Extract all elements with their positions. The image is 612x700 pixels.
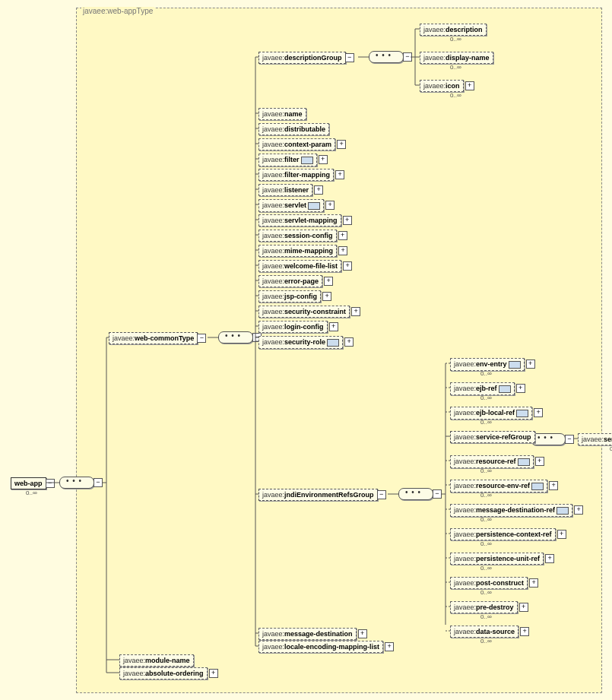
cardinality: 0..∞ bbox=[480, 565, 492, 572]
collapse-icon[interactable]: − bbox=[433, 489, 442, 499]
node-message-destination-ref: javaee:message-destination-ref+ bbox=[450, 504, 572, 517]
node-icon: javaee:icon+ bbox=[420, 80, 464, 92]
node-jndiGroup: javaee:jndiEnvironmentRefsGroup − bbox=[258, 489, 378, 501]
cardinality: 0..∞ bbox=[26, 489, 37, 496]
expand-icon[interactable]: + bbox=[335, 170, 344, 179]
expand-icon[interactable]: + bbox=[343, 261, 352, 271]
sequence-indicator: − bbox=[218, 331, 253, 344]
expand-icon[interactable]: + bbox=[319, 155, 328, 164]
node-distributable: javaee:distributable bbox=[258, 123, 329, 135]
node-ejb-local-ref: javaee:ejb-local-ref+ bbox=[450, 407, 532, 420]
expand-icon[interactable]: + bbox=[343, 216, 352, 225]
node-description: javaee:description bbox=[420, 24, 487, 36]
node-post-construct: javaee:post-construct+ bbox=[450, 577, 528, 589]
type-title: javaee:web-appType bbox=[81, 7, 154, 15]
expand-icon[interactable]: + bbox=[324, 277, 333, 286]
collapse-icon[interactable]: − bbox=[197, 334, 206, 343]
node-context-param: javaee:context-param+ bbox=[258, 138, 335, 150]
collapse-icon[interactable]: − bbox=[46, 479, 55, 488]
node-data-source: javaee:data-source+ bbox=[450, 626, 518, 638]
expand-icon[interactable]: + bbox=[344, 337, 354, 347]
expand-icon[interactable]: + bbox=[520, 627, 529, 636]
expand-icon[interactable]: + bbox=[209, 669, 218, 678]
expand-icon[interactable]: + bbox=[358, 629, 367, 638]
collapse-icon[interactable]: − bbox=[377, 490, 386, 499]
expand-icon[interactable]: + bbox=[338, 246, 347, 255]
collapse-icon[interactable]: − bbox=[565, 435, 574, 444]
sequence-indicator: − bbox=[398, 488, 433, 500]
node-security-constraint: javaee:security-constraint+ bbox=[258, 306, 350, 318]
substitution-icon bbox=[327, 339, 339, 347]
node-listener: javaee:listener+ bbox=[258, 184, 312, 196]
node-ejb-ref: javaee:ejb-ref+ bbox=[450, 382, 515, 395]
expand-icon[interactable]: + bbox=[526, 360, 535, 369]
expand-icon[interactable]: + bbox=[322, 292, 331, 301]
expand-icon[interactable]: + bbox=[557, 530, 566, 539]
node-descriptionGroup: javaee:descriptionGroup − bbox=[258, 52, 346, 64]
cardinality: 0..∞ bbox=[480, 516, 492, 523]
node-service-refGroup: javaee:service-refGroup bbox=[450, 431, 535, 443]
node-filter-mapping: javaee:filter-mapping+ bbox=[258, 169, 334, 181]
node-absolute-ordering: javaee:absolute-ordering+ bbox=[119, 667, 208, 679]
cardinality: 0..∞ bbox=[480, 540, 492, 547]
expand-icon[interactable]: + bbox=[385, 642, 394, 651]
node-resource-ref: javaee:resource-ref+ bbox=[450, 455, 534, 468]
node-web-commonType: javaee:web-commonType − bbox=[109, 332, 198, 344]
expand-icon[interactable]: + bbox=[337, 140, 346, 149]
expand-icon[interactable]: + bbox=[351, 307, 360, 316]
node-welcome-file-list: javaee:welcome-file-list+ bbox=[258, 260, 341, 272]
choice-indicator: − bbox=[59, 477, 94, 489]
expand-icon[interactable]: + bbox=[325, 201, 335, 210]
node-servlet: javaee:servlet+ bbox=[258, 199, 324, 212]
expand-icon[interactable]: + bbox=[465, 81, 474, 90]
node-resource-env-ref: javaee:resource-env-ref+ bbox=[450, 480, 547, 493]
collapse-icon[interactable]: − bbox=[345, 53, 354, 62]
node-security-role: javaee:security-role+ bbox=[258, 336, 343, 349]
cardinality: 0..∞ bbox=[450, 64, 461, 71]
node-module-name: javaee:module-name bbox=[119, 654, 194, 667]
node-persistence-unit-ref: javaee:persistence-unit-ref+ bbox=[450, 553, 544, 565]
sequence-indicator: − bbox=[531, 433, 566, 445]
expand-icon[interactable]: + bbox=[535, 457, 544, 466]
sequence-indicator: − bbox=[369, 51, 404, 63]
node-jsp-config: javaee:jsp-config+ bbox=[258, 290, 321, 302]
node-pre-destroy: javaee:pre-destroy+ bbox=[450, 601, 518, 613]
expand-icon[interactable]: + bbox=[534, 408, 543, 417]
cardinality: 0..∞ bbox=[480, 492, 492, 499]
node-login-config: javaee:login-config+ bbox=[258, 321, 328, 333]
cardinality: 0..∞ bbox=[480, 589, 492, 596]
expand-icon[interactable]: + bbox=[329, 322, 338, 331]
substitution-icon bbox=[557, 507, 569, 515]
type-container: javaee:web-appType bbox=[76, 8, 602, 693]
node-name: javaee:name bbox=[258, 108, 306, 120]
cardinality: 0..∞ bbox=[480, 638, 492, 645]
expand-icon[interactable]: + bbox=[516, 384, 525, 393]
collapse-icon[interactable]: − bbox=[403, 52, 412, 62]
node-web-app: web-app − bbox=[11, 477, 46, 489]
expand-icon[interactable]: + bbox=[519, 603, 528, 612]
expand-icon[interactable]: + bbox=[574, 505, 583, 515]
substitution-icon bbox=[509, 361, 521, 369]
collapse-icon[interactable]: − bbox=[94, 478, 103, 487]
expand-icon[interactable]: + bbox=[529, 578, 538, 588]
node-message-destination: javaee:message-destination+ bbox=[258, 628, 357, 640]
cardinality: 0..∞ bbox=[480, 394, 492, 401]
node-service-ref: javaee:service-ref + bbox=[578, 433, 612, 445]
cardinality: 0..∞ bbox=[480, 467, 492, 474]
substitution-icon bbox=[518, 458, 530, 466]
substitution-icon bbox=[531, 483, 544, 490]
cardinality: 0..∞ bbox=[480, 419, 492, 426]
node-display-name: javaee:display-name bbox=[420, 52, 493, 64]
substitution-icon bbox=[516, 410, 528, 417]
node-env-entry: javaee:env-entry+ bbox=[450, 358, 525, 371]
node-persistence-context-ref: javaee:persistence-context-ref+ bbox=[450, 528, 556, 540]
substitution-icon bbox=[301, 157, 313, 164]
node-locale-encoding-mapping-list: javaee:locale-encoding-mapping-list+ bbox=[258, 641, 383, 653]
expand-icon[interactable]: + bbox=[549, 481, 558, 490]
expand-icon[interactable]: + bbox=[545, 554, 554, 563]
substitution-icon bbox=[499, 385, 511, 393]
node-error-page: javaee:error-page+ bbox=[258, 275, 322, 287]
node-mime-mapping: javaee:mime-mapping+ bbox=[258, 245, 337, 257]
expand-icon[interactable]: + bbox=[338, 231, 347, 240]
expand-icon[interactable]: + bbox=[314, 185, 323, 195]
